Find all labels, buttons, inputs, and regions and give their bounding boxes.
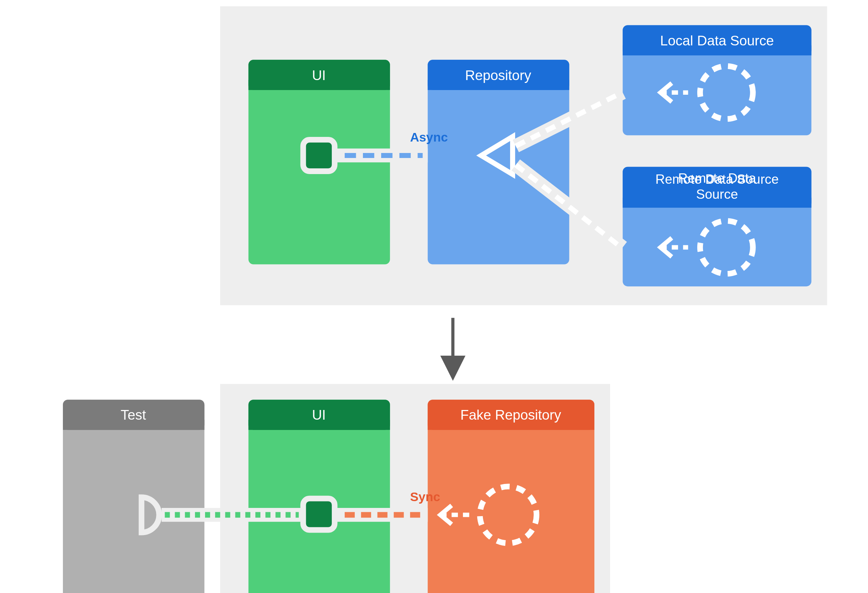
svg-rect-3: [303, 140, 335, 171]
sync-label: Sync: [410, 490, 440, 504]
ui-label-top: UI: [312, 68, 326, 83]
ui-box-bottom: UI: [249, 399, 390, 593]
test-label: Test: [121, 407, 146, 423]
test-box: Test: [63, 399, 204, 593]
remote-data-source-box: Remote Data Source Remote Data Source: [623, 167, 811, 287]
svg-rect-4: [428, 60, 569, 264]
svg-text:Source: Source: [696, 187, 738, 202]
repository-label: Repository: [465, 68, 531, 83]
architecture-diagram: UI Repository Local Data Source Remote D…: [0, 0, 868, 593]
svg-rect-29: [303, 498, 335, 530]
svg-text:Remote Data: Remote Data: [678, 171, 756, 185]
local-data-source-label: Local Data Source: [660, 33, 774, 48]
async-label: Async: [410, 130, 448, 144]
repository-box: Repository: [428, 60, 569, 264]
fake-repository-box: Fake Repository: [428, 399, 594, 593]
ui-label-bottom: UI: [312, 407, 326, 423]
fake-repository-label: Fake Repository: [461, 407, 561, 423]
local-data-source-box: Local Data Source: [623, 25, 811, 135]
